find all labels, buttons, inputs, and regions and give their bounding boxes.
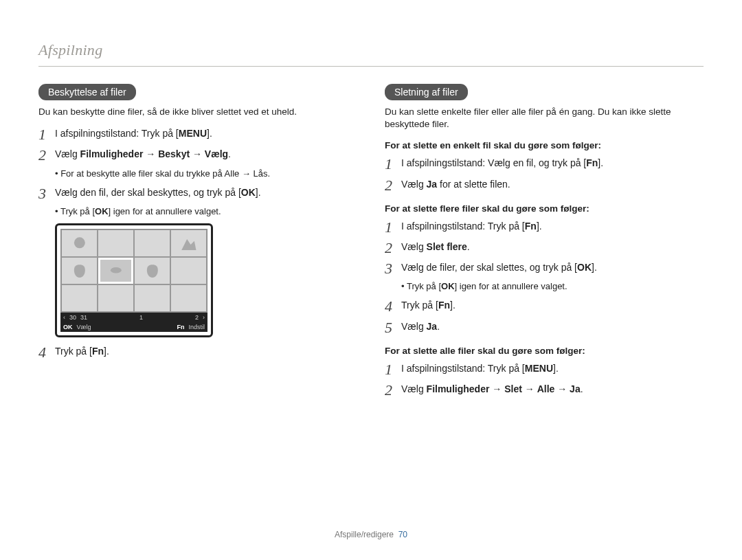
thumbnail-screen-diagram: ‹ 30 31 1 2 › OK Vælg Fn Indsti [55, 223, 213, 337]
step-number: 2 [385, 240, 401, 256]
thumb-cell [134, 229, 170, 257]
delete-many-step-1: 1 I afspilningstilstand: Tryk på [Fn]. [385, 219, 704, 236]
protect-heading: Beskyttelse af filer [38, 84, 136, 100]
svg-point-2 [111, 268, 122, 274]
step-number: 3 [385, 260, 401, 277]
protect-step-2-note: For at beskytte alle filer skal du trykk… [62, 168, 357, 179]
chevron-left-icon: ‹ [63, 314, 65, 321]
fn-key: Fn [525, 221, 537, 232]
step-number: 1 [385, 219, 401, 236]
step-number: 4 [38, 344, 55, 361]
delete-many-heading: For at slette flere filer skal du gøre s… [385, 203, 704, 214]
protect-step-3: 3 Vælg den fil, der skal beskyttes, og t… [38, 186, 357, 202]
thumb-cell [61, 257, 98, 284]
delete-all-heading: For at slette alle filer skal du gøre so… [385, 346, 704, 356]
diagram-date-bar: ‹ 30 31 1 2 › [60, 313, 207, 322]
thumb-cell-selected [98, 257, 134, 284]
delete-intro: Du kan slette enkelte filer eller alle f… [385, 106, 704, 131]
thumb-cell [134, 257, 170, 284]
protect-step-4: 4 Tryk på [Fn]. [38, 344, 357, 361]
step-number: 1 [385, 156, 401, 172]
step-number: 4 [385, 298, 401, 315]
menu-key: MENU [179, 128, 207, 139]
fn-key: Fn [586, 157, 598, 168]
protect-intro: Du kan beskytte dine filer, så de ikke b… [38, 106, 357, 118]
delete-files-column: Sletning af filer Du kan slette enkelte … [385, 84, 704, 403]
chevron-right-icon: › [203, 314, 205, 321]
fn-key: Fn [438, 300, 450, 311]
thumb-cell [170, 257, 207, 284]
protect-step-2: 2 Vælg Filmuligheder → Beskyt → Vælg. [38, 147, 357, 164]
step-number: 2 [385, 177, 401, 194]
thumb-cell [170, 229, 207, 257]
delete-many-step-3: 3 Vælg de filer, der skal slettes, og tr… [385, 260, 704, 277]
step-number: 3 [38, 186, 55, 202]
step-number: 1 [38, 126, 55, 143]
thumb-cell [134, 284, 170, 312]
delete-many-step-3-note: Tryk på [OK] igen for at annullere valge… [408, 281, 704, 291]
menu-key: MENU [525, 363, 553, 374]
step-number: 2 [38, 147, 55, 164]
delete-heading: Sletning af filer [385, 84, 468, 100]
thumb-cell [61, 229, 98, 257]
delete-many-step-4: 4 Tryk på [Fn]. [385, 298, 704, 315]
delete-one-step-1: 1 I afspilningstilstand: Vælg en fil, og… [385, 156, 704, 172]
page-footer: Afspille/redigere 70 [0, 530, 742, 539]
delete-one-step-2: 2 Vælg Ja for at slette filen. [385, 177, 704, 194]
thumb-cell [61, 284, 98, 312]
ok-key: OK [95, 206, 109, 216]
step-number: 5 [385, 320, 401, 336]
diagram-foot-bar: OK Vælg Fn Indstil [60, 322, 207, 332]
svg-marker-1 [181, 239, 196, 250]
delete-many-step-5: 5 Vælg Ja. [385, 320, 704, 336]
protect-files-column: Beskyttelse af filer Du kan beskytte din… [38, 84, 357, 403]
thumb-cell [170, 284, 207, 312]
delete-all-step-2: 2 Vælg Filmuligheder → Slet → Alle → Ja. [385, 382, 704, 399]
step-number: 2 [385, 382, 401, 399]
svg-point-0 [74, 238, 85, 249]
ok-key: OK [441, 281, 455, 291]
delete-one-heading: For at slette en enkelt fil skal du gøre… [385, 140, 704, 150]
ok-key: OK [577, 262, 592, 273]
step-number: 1 [385, 361, 401, 378]
page-title: Afspilning [38, 41, 704, 67]
fn-key: Fn [92, 346, 104, 357]
thumb-cell [98, 229, 134, 257]
protect-step-3-note: Tryk på [OK] igen for at annullere valge… [62, 206, 357, 216]
thumb-cell [98, 284, 134, 312]
page-number: 70 [398, 530, 407, 539]
delete-many-step-2: 2 Vælg Slet flere. [385, 240, 704, 256]
fn-key: Fn [177, 324, 184, 331]
ok-key: OK [63, 324, 73, 331]
protect-step-1: 1 I afspilningstilstand: Tryk på [MENU]. [38, 126, 357, 143]
delete-all-step-1: 1 I afspilningstilstand: Tryk på [MENU]. [385, 361, 704, 378]
ok-key: OK [241, 187, 256, 198]
